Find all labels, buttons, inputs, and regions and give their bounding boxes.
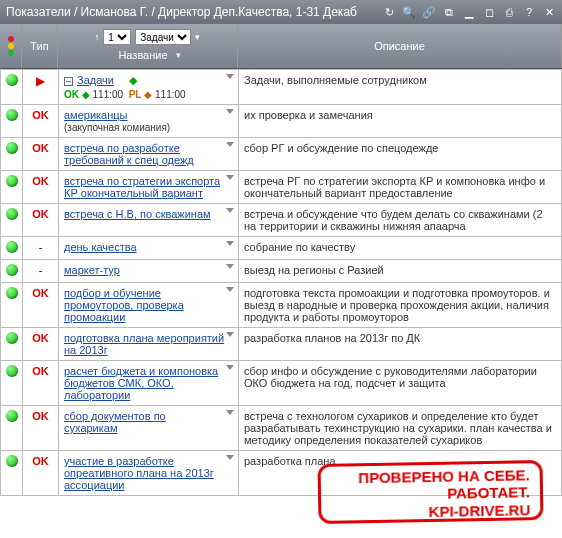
desc-cell: встреча с технологом сухариков и определ… xyxy=(239,406,562,451)
minimize-icon[interactable]: ▁ xyxy=(462,5,476,19)
row-menu-icon[interactable] xyxy=(226,208,234,213)
play-icon[interactable]: ▶ xyxy=(36,74,45,88)
row-title-link[interactable]: Задачи xyxy=(77,74,126,86)
search-icon[interactable]: 🔍 xyxy=(402,5,416,19)
desc-cell: выезд на регионы с Разией xyxy=(239,260,562,283)
row-menu-icon[interactable] xyxy=(226,264,234,269)
desc-cell: встреча РГ по стратегии экспорта КР и ко… xyxy=(239,171,562,204)
row-menu-icon[interactable] xyxy=(226,332,234,337)
header-title: ↑ 1 Задачи ▾ Название ▾ xyxy=(58,24,238,68)
desc-cell: сбор РГ и обсуждение по спецодежде xyxy=(239,138,562,171)
row-menu-icon[interactable] xyxy=(226,175,234,180)
ok-badge: OK xyxy=(32,332,49,344)
title-cell: встреча по разработке требований к спец … xyxy=(59,138,239,171)
table-row: OKсбор документов по сухарикамвстреча с … xyxy=(1,406,562,451)
row-menu-icon[interactable] xyxy=(226,109,234,114)
row-menu-icon[interactable] xyxy=(226,241,234,246)
row-title-link[interactable]: подготовка плана мероприятий на 2013г xyxy=(64,332,224,356)
row-title-link[interactable]: участие в разработке опреативного плана … xyxy=(64,455,214,491)
desc-cell: Задачи, выполняемые сотрудником xyxy=(239,70,562,105)
refresh-icon[interactable]: ↻ xyxy=(382,5,396,19)
type-cell: OK xyxy=(23,361,59,406)
export-icon[interactable]: ⧉ xyxy=(442,5,456,19)
close-icon[interactable]: ✕ xyxy=(542,5,556,19)
maximize-icon[interactable]: ◻ xyxy=(482,5,496,19)
ok-badge: OK xyxy=(32,208,49,220)
dash-icon: - xyxy=(39,264,43,276)
sort-up-icon[interactable]: ↑ xyxy=(95,32,100,42)
table-row: OKвстреча по разработке требований к спе… xyxy=(1,138,562,171)
status-green-icon xyxy=(6,142,18,154)
status-green-icon xyxy=(6,175,18,187)
diamond-icon: ◆ xyxy=(129,74,137,86)
status-cell xyxy=(1,451,23,496)
kpi-row: OK ◆ 111:00 PL ◆ 111:00 xyxy=(64,89,233,100)
title-cell: подбор и обучение промоуторов, проверка … xyxy=(59,283,239,328)
print-icon[interactable]: ⎙ xyxy=(502,5,516,19)
type-cell: OK xyxy=(23,406,59,451)
data-table: ▶–Задачи ◆OK ◆ 111:00 PL ◆ 111:00Задачи,… xyxy=(0,69,562,496)
row-title-link[interactable]: американцы xyxy=(64,109,140,121)
ok-badge: OK xyxy=(32,109,49,121)
header-status xyxy=(0,24,22,68)
title-cell: подготовка плана мероприятий на 2013г xyxy=(59,328,239,361)
ok-badge: OK xyxy=(32,365,49,377)
type-cell: OK xyxy=(23,283,59,328)
type-cell: OK xyxy=(23,451,59,496)
header-desc[interactable]: Описание xyxy=(238,24,562,68)
title-cell: сбор документов по сухарикам xyxy=(59,406,239,451)
help-icon[interactable]: ? xyxy=(522,5,536,19)
sort-indicator-icon[interactable]: ▾ xyxy=(176,50,181,60)
type-cell: OK xyxy=(23,138,59,171)
table-row: OKвстреча с Н.В, по скважинамвстреча и о… xyxy=(1,204,562,237)
header-type[interactable]: Тип xyxy=(22,24,58,68)
table-row: OKучастие в разработке опреативного план… xyxy=(1,451,562,496)
status-green-icon xyxy=(6,365,18,377)
table-row: -день качествасобрание по качеству xyxy=(1,237,562,260)
desc-cell: собрание по качеству xyxy=(239,237,562,260)
type-cell: OK xyxy=(23,105,59,138)
row-title-link[interactable]: сбор документов по сухарикам xyxy=(64,410,166,434)
title-cell: расчет бюджета и компоновка бюджетов СМК… xyxy=(59,361,239,406)
row-title-link[interactable]: подбор и обучение промоуторов, проверка … xyxy=(64,287,184,323)
dropdown-icon[interactable]: ▾ xyxy=(195,32,200,42)
status-green-icon xyxy=(6,264,18,276)
tasks-select[interactable]: Задачи xyxy=(135,29,191,45)
table-row: OKподбор и обучение промоуторов, проверк… xyxy=(1,283,562,328)
row-menu-icon[interactable] xyxy=(226,287,234,292)
type-cell: - xyxy=(23,237,59,260)
status-cell xyxy=(1,105,23,138)
row-menu-icon[interactable] xyxy=(226,410,234,415)
status-cell xyxy=(1,204,23,237)
row-title-link[interactable]: маркет-тур xyxy=(64,264,132,276)
desc-cell: разработка планов на 2013г по ДК xyxy=(239,328,562,361)
row-title-link[interactable]: встреча по стратегии экспорта КР окончат… xyxy=(64,175,220,199)
ok-badge: OK xyxy=(32,410,49,422)
status-cell xyxy=(1,406,23,451)
ok-badge: OK xyxy=(32,142,49,154)
status-green-icon xyxy=(6,109,18,121)
desc-cell: их проверка и замечания xyxy=(239,105,562,138)
page-select[interactable]: 1 xyxy=(103,29,131,45)
status-cell xyxy=(1,260,23,283)
ok-badge: OK xyxy=(32,455,49,467)
row-menu-icon[interactable] xyxy=(226,365,234,370)
table-header: Тип ↑ 1 Задачи ▾ Название ▾ Описание xyxy=(0,24,562,69)
row-menu-icon[interactable] xyxy=(226,455,234,460)
status-cell xyxy=(1,283,23,328)
tree-collapse-icon[interactable]: – xyxy=(64,77,73,86)
row-title-link[interactable]: встреча с Н.В, по скважинам xyxy=(64,208,223,220)
window-title: Показатели / Исманова Г. / Директор Деп.… xyxy=(6,5,382,19)
desc-cell: встреча и обсуждение что будем делать со… xyxy=(239,204,562,237)
row-title-link[interactable]: день качества xyxy=(64,241,149,253)
row-menu-icon[interactable] xyxy=(226,142,234,147)
status-green-icon xyxy=(6,74,18,86)
link-icon[interactable]: 🔗 xyxy=(422,5,436,19)
table-row: ▶–Задачи ◆OK ◆ 111:00 PL ◆ 111:00Задачи,… xyxy=(1,70,562,105)
row-title-link[interactable]: встреча по разработке требований к спец … xyxy=(64,142,206,166)
desc-cell: подготовка текста промоакции и подготовк… xyxy=(239,283,562,328)
status-green-icon xyxy=(6,287,18,299)
status-cell xyxy=(1,361,23,406)
row-title-link[interactable]: расчет бюджета и компоновка бюджетов СМК… xyxy=(64,365,218,401)
row-menu-icon[interactable] xyxy=(226,74,234,79)
